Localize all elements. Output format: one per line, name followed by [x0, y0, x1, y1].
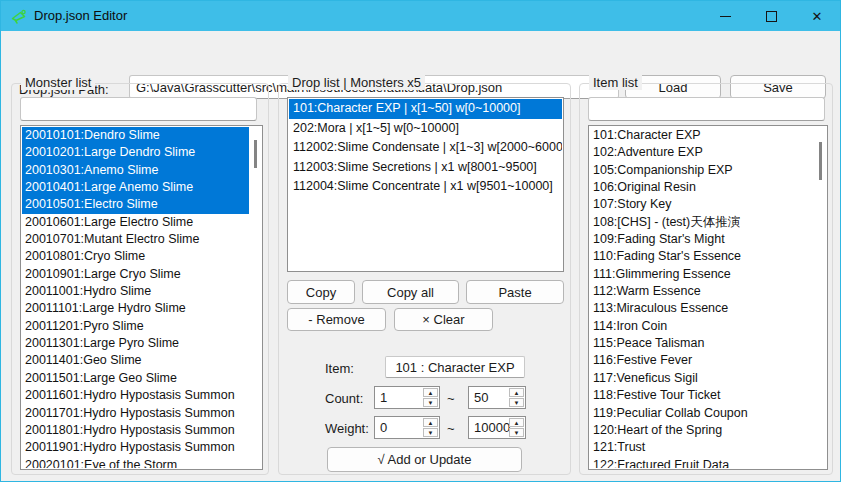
list-item[interactable]: 115:Peace Talisman — [590, 335, 826, 352]
weight-max-spinner[interactable]: 10000 ▲ ▼ — [468, 416, 526, 439]
add-or-update-button[interactable]: √ Add or Update — [327, 447, 522, 472]
list-item[interactable]: 116:Festive Fever — [590, 352, 826, 369]
close-icon: ✕ — [812, 10, 823, 23]
list-item[interactable]: 108:[CHS] - (test)天体推演 — [590, 214, 826, 231]
weight-label: Weight: — [325, 421, 369, 436]
list-item[interactable]: 113:Miraculous Essence — [590, 300, 826, 317]
list-item[interactable]: 20011301:Large Pyro Slime — [22, 335, 261, 352]
list-item[interactable]: 118:Festive Tour Ticket — [590, 387, 826, 404]
list-item[interactable]: 120:Heart of the Spring — [590, 422, 826, 439]
item-panel-title: Item list — [589, 75, 642, 90]
weight-min-value: 0 — [380, 417, 387, 438]
spin-up-icon[interactable]: ▲ — [509, 418, 524, 427]
list-item[interactable]: 101:Character EXP | x[1~50] w[0~10000] — [289, 99, 562, 119]
count-tilde: ~ — [447, 391, 455, 406]
list-item[interactable]: 105:Companionship EXP — [590, 162, 826, 179]
list-item[interactable]: 20011101:Large Hydro Slime — [22, 300, 261, 317]
content-area: Drop.json Path: Load Save Monster list 2… — [1, 31, 840, 481]
drop-listbox[interactable]: 101:Character EXP | x[1~50] w[0~10000]20… — [287, 97, 564, 272]
close-button[interactable]: ✕ — [794, 1, 840, 31]
spin-up-icon[interactable]: ▲ — [423, 418, 438, 427]
maximize-button[interactable] — [748, 1, 794, 31]
list-item[interactable]: 112003:Slime Secretions | x1 w[8001~9500… — [289, 158, 562, 178]
list-item[interactable]: 20011001:Hydro Slime — [22, 283, 261, 300]
list-item[interactable]: 20020101:Eye of the Storm — [22, 457, 261, 468]
spinner-arrows: ▲ ▼ — [423, 418, 438, 437]
list-item[interactable]: 20010401:Large Anemo Slime — [22, 179, 249, 196]
list-item[interactable]: 20010201:Large Dendro Slime — [22, 144, 249, 161]
list-item[interactable]: 112:Warm Essence — [590, 283, 826, 300]
spin-down-icon[interactable]: ▼ — [423, 398, 438, 407]
monster-scrollbar-thumb[interactable] — [254, 140, 257, 168]
list-item[interactable]: 109:Fading Star's Might — [590, 231, 826, 248]
list-item[interactable]: 112002:Slime Condensate | x[1~3] w[2000~… — [289, 138, 562, 158]
weight-max-value: 10000 — [474, 417, 510, 438]
list-item[interactable]: 20010601:Large Electro Slime — [22, 214, 261, 231]
list-item[interactable]: 20010701:Mutant Electro Slime — [22, 231, 261, 248]
list-item[interactable]: 122:Fractured Fruit Data — [590, 457, 826, 468]
list-item[interactable]: 20011501:Large Geo Slime — [22, 370, 261, 387]
minimize-button[interactable] — [702, 1, 748, 31]
spinner-arrows: ▲ ▼ — [509, 418, 524, 437]
count-min-value: 1 — [380, 387, 387, 408]
list-item[interactable]: 117:Veneficus Sigil — [590, 370, 826, 387]
item-listbox[interactable]: 101:Character EXP102:Adventure EXP105:Co… — [588, 125, 828, 470]
list-item[interactable]: 106:Original Resin — [590, 179, 826, 196]
list-item[interactable]: 20011801:Hydro Hypostasis Summon — [22, 422, 261, 439]
list-item[interactable]: 202:Mora | x[1~5] w[0~10000] — [289, 119, 562, 139]
drop-panel-title: Drop list | Monsters x5 — [288, 75, 425, 90]
clear-button[interactable]: × Clear — [394, 308, 493, 331]
remove-button[interactable]: - Remove — [287, 308, 386, 331]
count-max-value: 50 — [474, 387, 488, 408]
list-item[interactable]: 107:Story Key — [590, 196, 826, 213]
item-label: Item: — [325, 361, 354, 376]
list-item[interactable]: 110:Fading Star's Essence — [590, 248, 826, 265]
monster-listbox[interactable]: 20010101:Dendro Slime20010201:Large Dend… — [20, 125, 263, 470]
count-label: Count: — [325, 391, 363, 406]
list-item[interactable]: 20011201:Pyro Slime — [22, 318, 261, 335]
list-item[interactable]: 101:Character EXP — [590, 127, 826, 144]
spinner-arrows: ▲ ▼ — [509, 388, 524, 407]
window-title: Drop.json Editor — [34, 8, 127, 23]
spin-up-icon[interactable]: ▲ — [509, 388, 524, 397]
minimize-icon — [720, 16, 731, 17]
list-item[interactable]: 121:Trust — [590, 439, 826, 456]
monster-filter-input[interactable] — [20, 97, 257, 121]
list-item[interactable]: 114:Iron Coin — [590, 318, 826, 335]
list-item[interactable]: 20011901:Hydro Hypostasis Summon — [22, 439, 261, 456]
list-item[interactable]: 20010901:Large Cryo Slime — [22, 266, 261, 283]
weight-tilde: ~ — [447, 421, 455, 436]
monster-panel-title: Monster list — [21, 75, 95, 90]
count-min-spinner[interactable]: 1 ▲ ▼ — [374, 386, 440, 409]
weight-min-spinner[interactable]: 0 ▲ ▼ — [374, 416, 440, 439]
drop-panel: Drop list | Monsters x5 101:Character EX… — [278, 83, 571, 475]
paste-button[interactable]: Paste — [466, 280, 564, 304]
monster-panel: Monster list 20010101:Dendro Slime200102… — [11, 83, 269, 475]
item-panel: Item list 101:Character EXP102:Adventure… — [579, 83, 833, 475]
count-max-spinner[interactable]: 50 ▲ ▼ — [468, 386, 526, 409]
spin-down-icon[interactable]: ▼ — [423, 428, 438, 437]
item-scrollbar-thumb[interactable] — [819, 142, 822, 180]
titlebar[interactable]: Drop.json Editor ✕ — [1, 1, 840, 31]
list-item[interactable]: 20010301:Anemo Slime — [22, 162, 249, 179]
item-value-box: 101 : Character EXP — [385, 356, 525, 378]
list-item[interactable]: 20010501:Electro Slime — [22, 196, 249, 213]
list-item[interactable]: 20011601:Hydro Hypostasis Summon — [22, 387, 261, 404]
maximize-icon — [766, 11, 777, 22]
list-item[interactable]: 20011701:Hydro Hypostasis Summon — [22, 405, 261, 422]
spin-down-icon[interactable]: ▼ — [509, 398, 524, 407]
list-item[interactable]: 102:Adventure EXP — [590, 144, 826, 161]
copy-button[interactable]: Copy — [287, 280, 355, 304]
list-item[interactable]: 119:Peculiar Collab Coupon — [590, 405, 826, 422]
list-item[interactable]: 20011401:Geo Slime — [22, 352, 261, 369]
spin-down-icon[interactable]: ▼ — [509, 428, 524, 437]
list-item[interactable]: 112004:Slime Concentrate | x1 w[9501~100… — [289, 177, 562, 197]
list-item[interactable]: 20010801:Cryo Slime — [22, 248, 261, 265]
list-item[interactable]: 20010101:Dendro Slime — [22, 127, 249, 144]
list-item[interactable]: 111:Glimmering Essence — [590, 266, 826, 283]
spinner-arrows: ▲ ▼ — [423, 388, 438, 407]
app-icon — [10, 7, 28, 25]
spin-up-icon[interactable]: ▲ — [423, 388, 438, 397]
item-filter-input[interactable] — [588, 97, 825, 121]
copy-all-button[interactable]: Copy all — [362, 280, 459, 304]
